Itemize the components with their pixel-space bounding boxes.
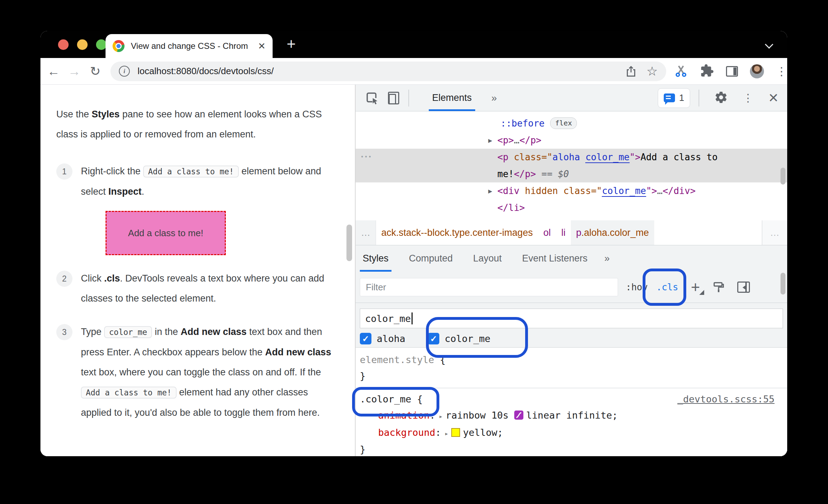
dollar-zero-hint: $0 <box>558 169 569 179</box>
step-2-text: Click .cls. DevTools reveals a text box … <box>81 269 334 309</box>
breadcrumb-item-ol[interactable]: ol <box>538 220 556 245</box>
demo-add-class-box[interactable]: Add a class to me! <box>106 211 226 255</box>
profile-avatar[interactable] <box>750 64 764 78</box>
annotation-ring-cls <box>643 269 686 306</box>
sidebar-toggle-icon[interactable] <box>737 282 750 293</box>
dom-row-p-collapsed[interactable]: ▶<p>…</p> <box>356 132 787 149</box>
source-file-link[interactable]: _devtools.scss:55 <box>677 391 775 407</box>
minimize-window-button[interactable] <box>77 39 88 50</box>
more-panels-chevrons-icon[interactable]: » <box>491 92 497 104</box>
devtools-toolbar-right: 1 ⋮ ✕ <box>658 88 779 108</box>
tab-layout[interactable]: Layout <box>470 245 505 272</box>
expand-triangle-icon[interactable]: ▶ <box>488 132 492 149</box>
annotation-ring-color-me-selector <box>352 387 439 416</box>
browser-tab[interactable]: View and change CSS - Chrom ✕ <box>106 34 273 58</box>
tab-strip: View and change CSS - Chrom ✕ + <box>40 31 787 58</box>
bezier-curve-swatch-icon[interactable] <box>514 408 523 425</box>
styles-scrollbar-thumb[interactable] <box>781 273 785 295</box>
breadcrumb-item-li[interactable]: li <box>556 220 571 245</box>
step-3: 3 Type color_me in the Add new class tex… <box>56 322 341 423</box>
checkbox-aloha[interactable]: ✓ <box>360 333 371 344</box>
code-chip: Add a class to me! <box>143 166 239 177</box>
window-controls <box>58 39 107 50</box>
close-window-button[interactable] <box>58 39 69 50</box>
code-chip: Add a class to me! <box>81 387 177 399</box>
dom-row-pseudo-before[interactable]: ::beforeflex <box>356 115 787 132</box>
flex-badge[interactable]: flex <box>550 117 577 129</box>
maximize-window-button[interactable] <box>96 39 107 50</box>
toolbar-right: ⋮ <box>674 64 787 79</box>
back-button[interactable]: ← <box>43 64 64 79</box>
expand-value-triangle-icon[interactable]: ▸ <box>441 429 451 437</box>
toolbar-separator <box>699 90 699 106</box>
breadcrumb-overflow-right[interactable]: … <box>762 220 787 245</box>
side-panel-icon[interactable] <box>726 66 738 77</box>
devtools-panel: Elements » 1 ⋮ ✕ <box>356 85 787 456</box>
step-2-number: 2 <box>56 271 72 287</box>
toolbar-separator <box>408 90 409 106</box>
browser-window: View and change CSS - Chrom ✕ + ← → ↻ i … <box>40 31 787 456</box>
extensions-puzzle-icon[interactable] <box>700 64 714 79</box>
dom-scrollbar-thumb[interactable] <box>781 168 785 185</box>
styles-filter-input[interactable] <box>360 278 618 296</box>
browser-menu-kebab-icon[interactable]: ⋮ <box>776 65 787 78</box>
bookmark-star-icon[interactable]: ☆ <box>647 65 658 78</box>
chrome-logo-icon <box>113 40 125 52</box>
tab-styles[interactable]: Styles <box>359 245 392 272</box>
screenshot-stage: View and change CSS - Chrom ✕ + ← → ↻ i … <box>0 0 828 504</box>
more-subtabs-chevrons-icon[interactable]: » <box>601 245 613 272</box>
step-2: 2 Click .cls. DevTools reveals a text bo… <box>56 269 341 309</box>
chevron-down-icon[interactable] <box>765 41 773 49</box>
url-text[interactable]: localhost:8080/docs/devtools/css/ <box>138 66 616 77</box>
color-swatch-yellow-icon[interactable] <box>451 428 460 437</box>
intro-paragraph: Use the Styles pane to see how an elemen… <box>56 104 341 144</box>
expand-triangle-icon[interactable]: ▶ <box>488 182 492 199</box>
tab-title: View and change CSS - Chrom <box>131 41 254 51</box>
add-new-class-input[interactable]: color_me <box>360 309 783 328</box>
dom-gutter-dots[interactable]: ••• <box>361 149 372 166</box>
browser-toolbar: ← → ↻ i localhost:8080/docs/devtools/css… <box>40 58 787 85</box>
element-style-rule[interactable]: element.style { <box>360 352 787 368</box>
breadcrumb-overflow-left[interactable]: … <box>356 220 376 245</box>
devtools-close-icon[interactable]: ✕ <box>768 92 779 104</box>
dom-row-div-hidden[interactable]: ▶<div hidden class="color_me">…</div> <box>356 182 787 199</box>
doc-scrollbar-thumb[interactable] <box>346 225 352 261</box>
settings-gear-icon[interactable] <box>714 90 728 106</box>
color-me-rule-close: } <box>360 441 787 456</box>
doc-pane: Use the Styles pane to see how an elemen… <box>40 85 355 456</box>
site-info-icon[interactable]: i <box>119 66 130 77</box>
issues-badge[interactable]: 1 <box>658 88 690 108</box>
code-chip: color_me <box>104 326 152 338</box>
tab-close-icon[interactable]: ✕ <box>258 41 266 52</box>
rendering-emulation-icon[interactable] <box>712 280 725 294</box>
tab-elements[interactable]: Elements <box>429 85 476 111</box>
inspect-element-icon[interactable] <box>365 91 380 105</box>
step-1: 1 Right-click the Add a class to me! ele… <box>56 161 341 259</box>
breadcrumb: … ack.stack--block.type.center-images ol… <box>356 220 787 245</box>
breadcrumb-item-p-aloha-color-me[interactable]: p.aloha.color_me <box>571 220 654 245</box>
step-1-text: Right-click the Add a class to me! eleme… <box>81 161 334 259</box>
scissors-extension-icon[interactable] <box>674 64 688 79</box>
new-tab-button[interactable]: + <box>287 35 296 53</box>
devtools-menu-kebab-icon[interactable]: ⋮ <box>743 92 753 104</box>
step-3-text: Type color_me in the Add new class text … <box>81 322 334 423</box>
devtools-toolbar: Elements » 1 ⋮ ✕ <box>356 85 787 111</box>
dom-row-selected[interactable]: •••<p class="aloha color_me">Add a class… <box>356 149 787 182</box>
tab-event-listeners[interactable]: Event Listeners <box>518 245 591 272</box>
dom-row-li-close[interactable]: </li> <box>356 199 787 216</box>
address-bar[interactable]: i localhost:8080/docs/devtools/css/ ☆ <box>110 62 666 81</box>
reload-button[interactable]: ↻ <box>85 64 106 79</box>
new-style-rule-button[interactable]: + <box>691 280 700 294</box>
breadcrumb-item-stack[interactable]: ack.stack--block.type.center-images <box>376 220 538 245</box>
forward-button[interactable]: → <box>64 64 85 79</box>
styles-filter-bar: :hov .cls + <box>356 272 787 303</box>
step-1-number: 1 <box>56 163 72 180</box>
device-toolbar-icon[interactable] <box>389 92 399 104</box>
add-new-class-section: color_me ✓ aloha ✓ color_me <box>356 303 787 348</box>
css-property-background[interactable]: background:▸yellow; <box>360 425 787 441</box>
class-toggle-aloha[interactable]: ✓ aloha <box>360 333 405 344</box>
tab-computed[interactable]: Computed <box>406 245 457 272</box>
share-icon[interactable] <box>625 65 637 78</box>
class-checkboxes-row: ✓ aloha ✓ color_me <box>360 333 783 344</box>
annotation-ring-color-me-checkbox <box>426 317 528 358</box>
